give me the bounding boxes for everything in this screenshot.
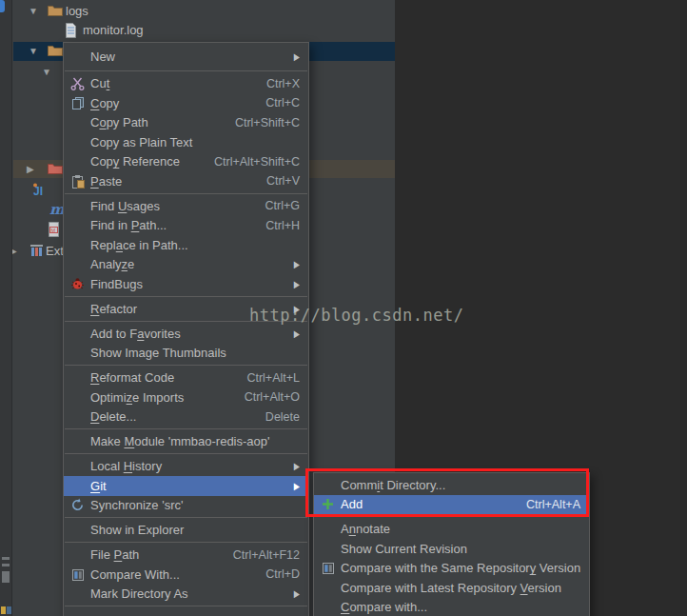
menu-item-delete[interactable]: Delete...Delete xyxy=(64,407,308,427)
menu-item-label: Compare with the Same Repository Version xyxy=(341,561,580,575)
menu-item-find-in-path[interactable]: Find in Path...Ctrl+H xyxy=(64,216,308,236)
menu-item-new[interactable]: New▶ xyxy=(64,45,308,69)
menu-item-label: Make Module 'mmbao-redis-aop' xyxy=(90,434,270,448)
menu-item-show-image-thumbnails[interactable]: Show Image Thumbnails xyxy=(64,344,308,364)
menu-item-copy-path[interactable]: Copy PathCtrl+Shift+C xyxy=(64,113,308,133)
active-tool-window-indicator xyxy=(0,0,5,12)
tree-label-monitor-log: monitor.log xyxy=(83,23,144,37)
menu-item-reformat-code[interactable]: Reformat CodeCtrl+Alt+L xyxy=(64,368,308,388)
menu-item-label: Annotate xyxy=(341,522,390,536)
menu-item-file-path[interactable]: File PathCtrl+Alt+F12 xyxy=(64,546,308,566)
menu-separator xyxy=(64,540,308,546)
menu-item-compare-with[interactable]: Compare with... xyxy=(314,598,589,616)
svg-text:JI: JI xyxy=(33,185,43,197)
menu-item-label: Git xyxy=(90,479,107,493)
menu-item-make-module-mmbao-redis-aop[interactable]: Make Module 'mmbao-redis-aop' xyxy=(64,432,308,452)
paste-icon xyxy=(69,174,86,189)
menu-item-label: Compare with Latest Repository Version xyxy=(341,581,561,595)
shortcut-label: Ctrl+H xyxy=(265,219,300,232)
libraries-icon xyxy=(29,244,44,257)
menu-item-analyze[interactable]: Analyze▶ xyxy=(64,255,308,275)
intellij-module-icon: JI xyxy=(31,183,48,197)
menu-item-synchronize-src[interactable]: Synchronize 'src' xyxy=(64,496,308,516)
menu-item-copy-as-plain-text[interactable]: Copy as Plain Text xyxy=(64,132,308,152)
menu-item-label: Copy Reference xyxy=(90,154,180,169)
menu-item-label: Cut xyxy=(90,76,109,90)
menu-item-mark-directory-as[interactable]: Mark Directory As▶ xyxy=(64,585,308,605)
svg-text:M: M xyxy=(51,228,56,233)
stripe-tab-icon[interactable] xyxy=(1,606,6,614)
menu-item-replace-in-path[interactable]: Replace in Path... xyxy=(64,235,308,255)
menu-item-label: Copy as Plain Text xyxy=(90,135,192,149)
shortcut-label: Ctrl+Alt+O xyxy=(245,390,300,404)
menu-item-compare-with[interactable]: Compare With...Ctrl+D xyxy=(64,565,308,585)
chevron-right-icon[interactable]: ▶ xyxy=(27,164,34,175)
menu-item-cut[interactable]: CutCtrl+X xyxy=(64,74,308,94)
watermark-text: http://blog.csdn.net/ xyxy=(249,306,463,325)
tree-label-logs: logs xyxy=(66,4,88,18)
menu-item-label: FindBugs xyxy=(90,277,143,291)
menu-item-label: Compare With... xyxy=(90,567,180,582)
tree-row-logs[interactable]: ▼ logs xyxy=(13,2,395,21)
stripe-mark xyxy=(2,571,10,583)
shortcut-label: Ctrl+Shift+C xyxy=(235,116,300,129)
chevron-down-icon[interactable]: ▼ xyxy=(42,67,51,78)
folder-icon xyxy=(48,4,63,16)
menu-item-label: Find Usages xyxy=(90,199,160,213)
menu-item-show-in-explorer[interactable]: Show in Explorer xyxy=(64,521,308,541)
menu-separator xyxy=(64,515,308,521)
menu-item-label: Reformat Code xyxy=(90,370,174,385)
shortcut-label: Delete xyxy=(265,410,300,424)
submenu-arrow-icon: ▶ xyxy=(294,328,300,339)
menu-item-copy[interactable]: CopyCtrl+C xyxy=(64,93,308,113)
menu-item-annotate[interactable]: Annotate xyxy=(314,520,589,540)
folder-icon xyxy=(48,44,63,56)
log-file-icon xyxy=(65,23,77,38)
shortcut-label: Ctrl+C xyxy=(265,96,300,109)
menu-item-label: Show Current Revision xyxy=(341,542,467,556)
shortcut-label: Ctrl+Alt+L xyxy=(246,371,300,385)
menu-item-label: Delete... xyxy=(90,409,136,424)
menu-item-git[interactable]: Git▶ xyxy=(64,476,308,496)
menu-item-compare-with-the-same-repository-version[interactable]: Compare with the Same Repository Version xyxy=(314,559,589,579)
ide-project-context-menu-screenshot: ▼ logs monitor.log ▼ ▼ ▶ JI m M xyxy=(0,0,687,616)
tool-window-stripe[interactable] xyxy=(0,0,12,616)
menu-item-copy-reference[interactable]: Copy ReferenceCtrl+Alt+Shift+C xyxy=(64,152,308,172)
menu-item-local-history[interactable]: Local History▶ xyxy=(64,457,308,477)
menu-item-add-to-favorites[interactable]: Add to Favorites▶ xyxy=(64,324,308,344)
menu-item-label: Compare with... xyxy=(341,600,427,614)
menu-item-label: Mark Directory As xyxy=(90,586,188,601)
menu-item-find-usages[interactable]: Find UsagesCtrl+G xyxy=(64,196,308,216)
menu-separator xyxy=(64,69,308,74)
menu-item-label: New xyxy=(90,50,115,64)
menu-separator xyxy=(64,363,308,368)
chevron-down-icon[interactable]: ▼ xyxy=(29,46,38,57)
shortcut-label: Ctrl+Alt+Shift+C xyxy=(214,155,300,169)
tree-row-monitor-log[interactable]: monitor.log xyxy=(13,21,395,40)
chevron-down-icon[interactable]: ▼ xyxy=(29,6,38,17)
stripe-mark xyxy=(2,564,10,566)
red-highlight-box xyxy=(305,468,589,517)
menu-item-label: Refactor xyxy=(90,302,137,316)
stripe-tab-icon[interactable] xyxy=(7,606,11,614)
menu-item-findbugs[interactable]: FindBugs▶ xyxy=(64,274,308,294)
menu-item-label: Local History xyxy=(90,459,162,473)
cut-icon xyxy=(69,77,86,90)
menu-item-compare-with-latest-repository-version[interactable]: Compare with Latest Repository Version xyxy=(314,578,589,598)
shortcut-label: Ctrl+G xyxy=(265,199,300,212)
menu-separator xyxy=(64,451,308,457)
submenu-arrow-icon: ▶ xyxy=(294,279,300,289)
menu-item-partial-item[interactable] xyxy=(64,609,308,616)
menu-item-show-current-revision[interactable]: Show Current Revision xyxy=(314,539,589,559)
menu-item-paste[interactable]: PasteCtrl+V xyxy=(64,171,308,191)
menu-item-label: Paste xyxy=(90,174,122,189)
menu-item-optimize-imports[interactable]: Optimize ImportsCtrl+Alt+O xyxy=(64,387,308,407)
menu-item-label: File Path xyxy=(90,547,139,562)
submenu-arrow-icon: ▶ xyxy=(294,481,300,491)
compare-icon xyxy=(320,561,336,575)
stripe-mark xyxy=(2,557,10,560)
markdown-file-icon: M xyxy=(48,222,60,237)
menu-separator xyxy=(64,294,308,300)
menu-item-label: Show Image Thumbnails xyxy=(90,346,226,360)
submenu-arrow-icon: ▶ xyxy=(294,51,300,62)
